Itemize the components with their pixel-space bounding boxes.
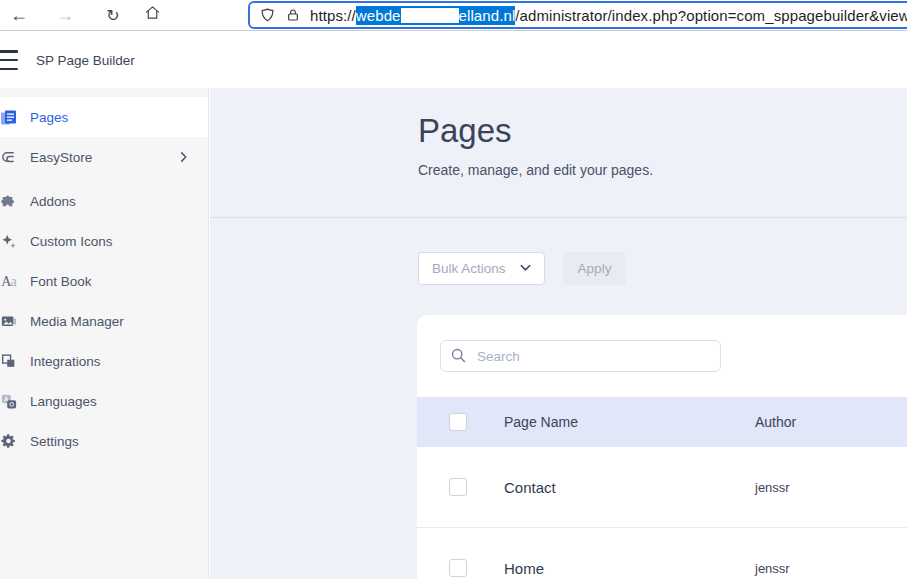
column-header-page-name: Page Name — [504, 414, 578, 430]
page-name-link[interactable]: Home — [504, 560, 544, 577]
app-header: SP Page Builder — [0, 32, 907, 88]
main-content: Pages Create, manage, and edit your page… — [210, 88, 907, 579]
sidebar-item-pages[interactable]: Pages — [0, 97, 208, 137]
reload-icon: ↻ — [106, 6, 119, 25]
font-book-icon: Aa — [0, 273, 17, 290]
languages-icon — [0, 393, 17, 410]
chevron-right-icon — [178, 152, 189, 163]
sidebar-item-label: Font Book — [30, 274, 92, 289]
integrations-icon — [0, 353, 17, 370]
sidebar-item-label: Integrations — [30, 354, 101, 369]
page-name-link[interactable]: Contact — [504, 479, 556, 496]
browser-toolbar: ← → ↻ https://webdeelland.nl/administrat… — [0, 0, 907, 31]
pages-list-card: Page Name Author Contact jenssr Home jen… — [417, 315, 907, 579]
address-bar[interactable]: https://webdeelland.nl/administrator/ind… — [248, 1, 907, 29]
gear-icon — [0, 433, 17, 450]
table-header-row: Page Name Author — [417, 397, 907, 447]
author-cell: jenssr — [755, 480, 790, 495]
home-button[interactable] — [139, 2, 165, 28]
sidebar-item-custom-icons[interactable]: Custom Icons — [0, 221, 208, 261]
sidebar-item-integrations[interactable]: Integrations — [0, 341, 208, 381]
bulk-actions-label: Bulk Actions — [432, 261, 506, 276]
search-input[interactable] — [440, 340, 721, 372]
sparkle-icon — [0, 233, 17, 250]
page-title: Pages — [418, 112, 512, 150]
shield-icon[interactable] — [259, 7, 276, 24]
sidebar-item-languages[interactable]: Languages — [0, 381, 208, 421]
sidebar-item-label: Settings — [30, 434, 79, 449]
addons-icon — [0, 193, 17, 210]
bulk-actions-toolbar: Bulk Actions Apply — [418, 252, 626, 285]
hamburger-icon — [0, 50, 18, 53]
table-row: Home jenssr — [417, 528, 907, 579]
search-icon — [450, 347, 467, 368]
forward-button[interactable]: → — [52, 2, 78, 28]
pages-icon — [0, 109, 17, 126]
row-checkbox[interactable] — [449, 478, 467, 496]
sidebar-item-label: Pages — [30, 110, 68, 125]
sidebar-item-label: EasyStore — [30, 150, 92, 165]
back-button[interactable]: ← — [6, 2, 32, 28]
url-selected-text: webdeelland.nl — [356, 6, 515, 25]
home-icon — [144, 4, 161, 26]
sidebar-item-label: Media Manager — [30, 314, 124, 329]
select-all-checkbox[interactable] — [449, 413, 467, 431]
search-box — [440, 340, 721, 372]
sidebar-item-label: Custom Icons — [30, 234, 113, 249]
page-header: Pages Create, manage, and edit your page… — [210, 88, 907, 218]
table-row: Contact jenssr — [417, 447, 907, 528]
redacted-text — [401, 8, 459, 23]
url-text: https://webdeelland.nl/administrator/ind… — [310, 7, 907, 24]
app-title: SP Page Builder — [36, 53, 135, 68]
sidebar-item-label: Addons — [30, 194, 76, 209]
row-checkbox[interactable] — [449, 559, 467, 577]
sidebar-item-label: Languages — [30, 394, 97, 409]
forward-icon: → — [56, 5, 74, 26]
sidebar-item-settings[interactable]: Settings — [0, 421, 208, 461]
author-cell: jenssr — [755, 561, 790, 576]
sidebar-item-addons[interactable]: Addons — [0, 181, 208, 221]
media-manager-icon — [0, 313, 17, 330]
reload-button[interactable]: ↻ — [100, 2, 126, 28]
menu-toggle-button[interactable] — [0, 50, 18, 70]
column-header-author: Author — [755, 414, 796, 430]
easystore-icon — [0, 149, 17, 166]
back-icon: ← — [10, 5, 28, 26]
page-subtitle: Create, manage, and edit your pages. — [418, 162, 653, 178]
bulk-actions-select[interactable]: Bulk Actions — [418, 252, 545, 285]
sidebar-item-easystore[interactable]: EasyStore — [0, 137, 208, 177]
sidebar-item-font-book[interactable]: Aa Font Book — [0, 261, 208, 301]
apply-button[interactable]: Apply — [563, 252, 626, 285]
sidebar-item-media-manager[interactable]: Media Manager — [0, 301, 208, 341]
chevron-down-icon — [519, 261, 532, 277]
lock-icon[interactable] — [285, 7, 301, 23]
sidebar: Pages EasyStore Addons Custom Icons Aa F… — [0, 88, 209, 579]
